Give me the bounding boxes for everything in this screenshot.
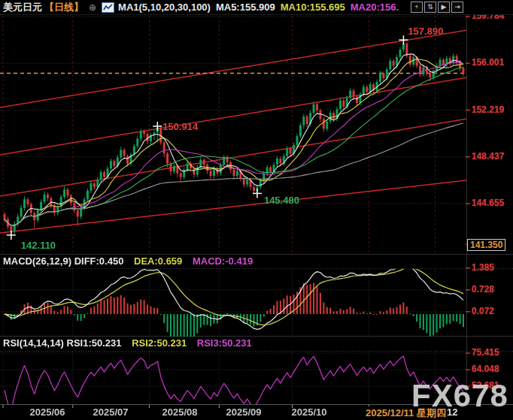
chart-app-window: 美元日元 【日线】 ⊕ MA1(5,10,20,30,100) MA5:155.… <box>0 0 513 420</box>
macd-diff-label: MACD(26,12,9) DIFF:0.450 <box>3 255 123 267</box>
ma20-value: MA20:156. <box>351 2 399 13</box>
month-label: 2025/10 <box>292 406 327 418</box>
month-label: 2025/06 <box>30 406 65 418</box>
price-axis-label: 148.437 <box>472 151 504 162</box>
price-axis-label: 156.001 <box>472 57 504 68</box>
macd-hist-label: MACD:-0.419 <box>193 255 253 267</box>
month-label: 2025/08 <box>162 406 198 418</box>
page-forward-icon[interactable]: ⇥ <box>451 2 463 13</box>
month-label: 2025/07 <box>93 406 129 418</box>
rsi3-label: RSI3:50.231 <box>197 337 252 349</box>
price-axis-label: 152.219 <box>472 104 504 115</box>
macd-dea-label: DEA:0.659 <box>134 255 182 267</box>
chart-type-icon[interactable] <box>102 2 114 13</box>
price-annotation: 150.914 <box>162 121 198 132</box>
price-axis-label: 144.655 <box>472 198 504 208</box>
month-label: 2025/09 <box>226 406 262 418</box>
ma5-value: MA5:155.909 <box>216 2 275 13</box>
ma10-value: MA10:155.695 <box>281 2 345 13</box>
symbol-title: 美元日元 <box>3 1 42 14</box>
macd-axis-label: 1.385 <box>472 262 494 273</box>
macd-axis-label: 0.072 <box>472 306 494 316</box>
macd-axis-label: 0.728 <box>472 284 494 295</box>
rsi-label-row: RSI(14,14,14) RSI1:50.231 RSI2:50.231 RS… <box>3 337 252 349</box>
chart-canvas[interactable] <box>0 0 513 420</box>
y-axis-scale-icon[interactable]: ⇅ <box>424 2 436 13</box>
auto-scroll-icon[interactable]: ▶ <box>438 2 450 13</box>
price-annotation: 142.110 <box>21 240 56 251</box>
rsi2-label: RSI2:50.231 <box>132 337 187 349</box>
price-annotation: 157.890 <box>408 26 443 37</box>
crosshair-pan-icon[interactable]: + <box>411 2 423 13</box>
price-boxed-label: 141.350 <box>467 239 505 251</box>
rsi-axis-label: 75.415 <box>472 347 499 358</box>
ma-group-label: MA1(5,10,20,30,100) <box>118 2 211 13</box>
price-annotation: 145.480 <box>264 195 299 206</box>
chart-toolbar: +⇅▶⇥ <box>411 2 463 13</box>
rsi1-label: RSI(14,14,14) RSI1:50.231 <box>3 337 122 349</box>
period-tag: 【日线】 <box>44 1 83 14</box>
rsi-axis-label: 64.048 <box>472 364 499 374</box>
fx678-watermark: FX678 <box>411 378 508 414</box>
magnifier-icon[interactable]: ⊕ <box>89 2 96 13</box>
macd-label-row: MACD(26,12,9) DIFF:0.450 DEA:0.659 MACD:… <box>3 255 253 267</box>
